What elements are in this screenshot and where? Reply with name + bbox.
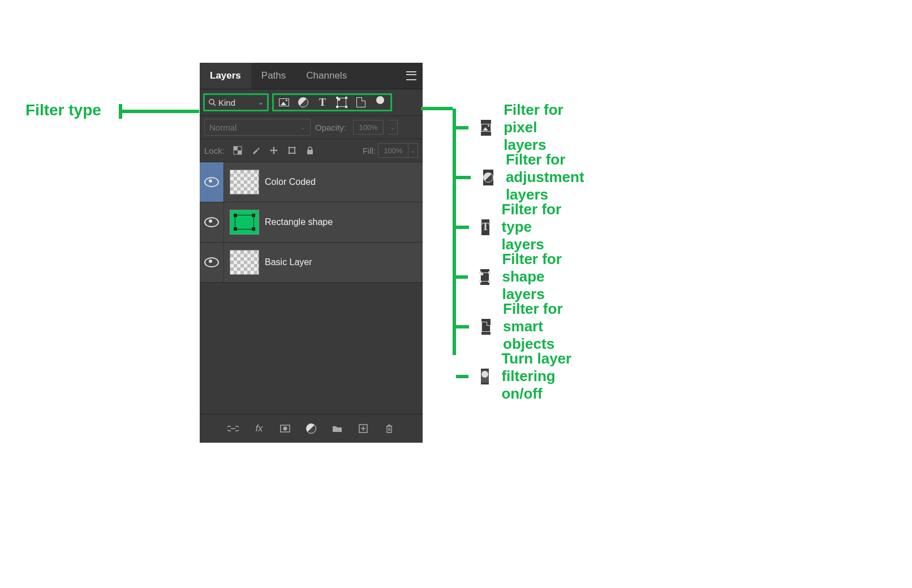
lock-row: Lock: Fill: 100% ⌄	[200, 139, 423, 162]
trash-icon[interactable]	[383, 422, 395, 435]
annotation-row-shape: Filter for shape layers	[456, 250, 567, 303]
filter-kind-dropdown[interactable]: Kind ⌄	[203, 93, 269, 111]
annotation-row-type: T Filter for type layers	[456, 201, 567, 253]
layer-fx-icon[interactable]: fx	[253, 422, 265, 435]
blend-mode-dropdown[interactable]: Normal ⌄	[204, 119, 311, 136]
smart-object-icon	[481, 319, 491, 335]
panel-menu-button[interactable]	[400, 63, 423, 89]
lock-artboard-icon[interactable]	[287, 145, 297, 155]
filter-pixel-icon[interactable]	[278, 97, 290, 108]
fill-group: Fill: 100% ⌄	[363, 143, 418, 158]
annotation-branch	[456, 275, 468, 279]
svg-rect-4	[238, 150, 242, 154]
layers-list: Color Coded Rectangle shape Basic Layer	[200, 162, 423, 283]
layer-thumbnail[interactable]	[230, 210, 259, 235]
pixel-layer-icon	[481, 120, 491, 136]
annotation-label: Filter for smart objects	[503, 300, 577, 353]
link-layers-icon[interactable]	[227, 422, 239, 435]
menu-icon	[406, 71, 416, 80]
panel-tabs: Layers Paths Channels	[200, 63, 423, 89]
lock-label: Lock:	[204, 146, 225, 155]
layer-row[interactable]: Color Coded	[200, 162, 423, 202]
fill-chevron[interactable]: ⌄	[408, 143, 418, 158]
filter-smart-icon[interactable]	[355, 97, 367, 108]
fill-value-input[interactable]: 100%	[378, 143, 408, 158]
annotation-label: Filter for adjustment layers	[506, 151, 604, 204]
panel-footer: fx	[200, 414, 423, 443]
layer-thumbnail[interactable]	[230, 170, 259, 194]
svg-rect-12	[307, 150, 313, 154]
annotation-row-smart: Filter for smart objects	[456, 300, 577, 353]
tab-layers[interactable]: Layers	[200, 63, 251, 89]
annotation-row-toggle: Turn layer filtering on/off	[456, 350, 579, 403]
opacity-label: Opacity:	[315, 123, 346, 132]
svg-rect-7	[289, 148, 295, 153]
filter-kind-label: Kind	[218, 98, 235, 107]
visibility-toggle[interactable]	[200, 162, 224, 202]
chevron-down-icon: ⌄	[258, 98, 264, 106]
annotation-branch	[456, 325, 469, 328]
layer-mask-icon[interactable]	[279, 422, 291, 435]
filter-row: Kind ⌄ T	[200, 89, 423, 116]
shape-layer-icon	[480, 269, 489, 285]
filter-icons-group: T	[272, 93, 392, 111]
lock-move-icon[interactable]	[269, 145, 279, 155]
adjustment-layer-icon	[483, 170, 493, 185]
opacity-value-input[interactable]: 100%	[353, 120, 384, 135]
layer-thumbnail[interactable]	[230, 250, 259, 275]
new-layer-icon[interactable]	[357, 422, 369, 435]
tab-paths[interactable]: Paths	[251, 63, 296, 89]
visibility-toggle[interactable]	[200, 202, 224, 242]
svg-rect-6	[272, 150, 276, 151]
annotation-branch	[456, 375, 468, 378]
tabs-spacer	[357, 63, 400, 89]
annotation-filter-type-label: Filter type	[25, 101, 101, 119]
adjustment-layer-icon[interactable]	[305, 422, 317, 435]
filter-toggle-icon	[481, 369, 489, 384]
annotation-row-pixel: Filter for pixel layers	[456, 101, 567, 154]
svg-point-14	[283, 427, 287, 431]
layer-name[interactable]: Rectangle shape	[265, 217, 333, 227]
tab-channels[interactable]: Channels	[296, 63, 357, 89]
lock-brush-icon[interactable]	[251, 145, 261, 155]
visibility-toggle[interactable]	[200, 243, 224, 282]
svg-rect-3	[234, 146, 238, 150]
annotation-label: Filter for type layers	[502, 201, 568, 253]
annotation-branch	[456, 226, 469, 229]
svg-line-1	[213, 103, 216, 106]
filter-toggle-icon[interactable]	[375, 97, 386, 108]
layer-row[interactable]: Rectangle shape	[200, 202, 423, 243]
blend-mode-value: Normal	[209, 123, 236, 132]
eye-icon	[204, 177, 219, 187]
search-icon	[208, 98, 216, 106]
layers-panel: Layers Paths Channels Kind ⌄ T Normal ⌄	[200, 63, 423, 443]
annotation-branch	[456, 176, 471, 179]
annotation-label: Filter for shape layers	[502, 250, 567, 303]
filter-shape-icon[interactable]	[336, 97, 347, 108]
type-layer-icon: T	[481, 219, 489, 235]
layer-name[interactable]: Basic Layer	[265, 257, 312, 267]
layer-name[interactable]: Color Coded	[265, 177, 316, 187]
fill-label: Fill:	[363, 146, 376, 155]
lock-all-icon[interactable]	[305, 145, 315, 155]
opacity-chevron[interactable]: ⌄	[388, 120, 398, 135]
filter-type-icon[interactable]: T	[317, 97, 328, 108]
annotation-branch	[456, 126, 468, 129]
chevron-down-icon: ⌄	[300, 124, 306, 131]
layer-row[interactable]: Basic Layer	[200, 243, 423, 283]
blend-row: Normal ⌄ Opacity: 100% ⌄	[200, 116, 423, 139]
annotation-label: Turn layer filtering on/off	[501, 350, 579, 403]
annotation-connector	[421, 107, 453, 110]
svg-point-0	[209, 100, 214, 104]
annotation-row-adjustment: Filter for adjustment layers	[456, 151, 604, 204]
eye-icon	[204, 217, 219, 227]
filter-adjustment-icon[interactable]	[298, 97, 309, 108]
group-icon[interactable]	[331, 422, 343, 435]
lock-transparency-icon[interactable]	[233, 145, 243, 155]
annotation-line-left	[119, 110, 199, 113]
eye-icon	[204, 257, 219, 267]
annotation-label: Filter for pixel layers	[504, 101, 567, 154]
